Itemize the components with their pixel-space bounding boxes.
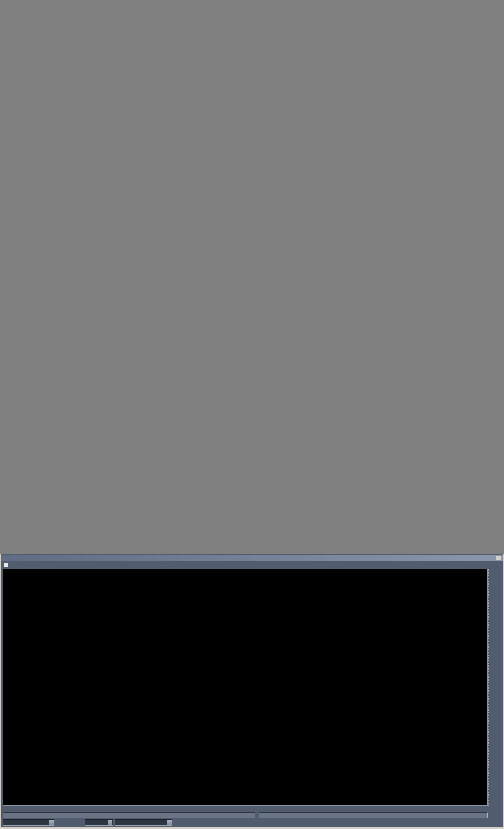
frequency-analysis-window <box>0 554 504 829</box>
frequency-plot-canvas[interactable] <box>3 569 488 805</box>
frequency-axis <box>3 806 488 812</box>
db-scale <box>488 569 504 806</box>
freq-controls-row <box>1 819 503 826</box>
freq-status-row <box>1 813 503 819</box>
chevron-down-icon[interactable] <box>49 820 53 825</box>
freq-header <box>1 561 503 568</box>
chevron-down-icon[interactable] <box>108 820 112 825</box>
frequency-plot[interactable] <box>3 569 488 806</box>
peak-readout-box <box>259 813 488 818</box>
view-style-dropdown[interactable] <box>3 819 54 826</box>
chevron-down-icon[interactable] <box>167 820 172 825</box>
window-function-dropdown[interactable] <box>115 819 172 826</box>
cursor-readout-box <box>3 813 255 818</box>
linear-view-checkbox[interactable] <box>4 563 8 567</box>
freq-close-button[interactable] <box>496 555 501 560</box>
freq-title-bar[interactable] <box>1 555 503 561</box>
desktop <box>0 0 504 829</box>
fft-size-dropdown[interactable] <box>85 819 113 826</box>
window-bottom-edge <box>1 827 503 828</box>
